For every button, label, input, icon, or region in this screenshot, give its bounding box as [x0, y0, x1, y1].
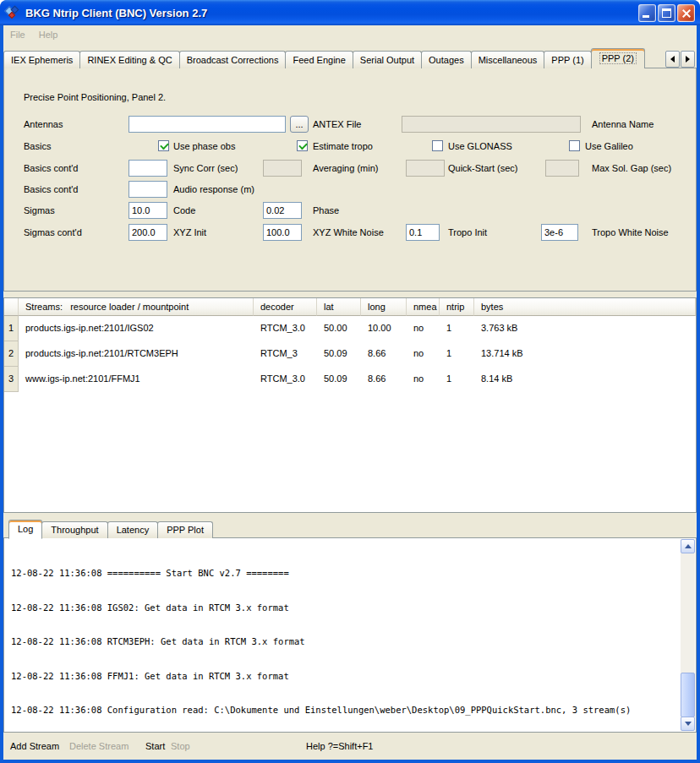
log-line: 12-08-22 11:36:08 IGS02: Get data in RTC… [11, 602, 675, 614]
tab-scroll-left-button[interactable] [665, 51, 680, 68]
table-row[interactable]: 3 www.igs-ip.net:2101/FFMJ1 RTCM_3.0 50.… [4, 367, 696, 392]
cell-bytes: 3.763 kB [474, 316, 696, 341]
use-galileo-checkbox[interactable] [569, 140, 580, 151]
bnc-window: BKG Ntrip Client (BNC) Version 2.7 File … [0, 0, 700, 763]
menu-help[interactable]: Help [32, 28, 65, 41]
use-glonass-checkbox[interactable] [432, 140, 443, 151]
close-icon [678, 5, 694, 21]
tropo-init-input[interactable] [406, 224, 440, 241]
cell-lat: 50.09 [317, 367, 361, 392]
delete-stream-button[interactable]: Delete Stream [69, 733, 129, 760]
cell-nmea: no [407, 316, 440, 341]
arrow-down-icon [685, 722, 692, 726]
tab-outages[interactable]: Outages [421, 51, 472, 68]
window-title: BKG Ntrip Client (BNC) Version 2.7 [25, 7, 637, 19]
cell-ntrip: 1 [440, 341, 474, 367]
sync-corr-input[interactable] [129, 160, 167, 177]
cell-bytes: 8.14 kB [474, 367, 696, 392]
maximize-button[interactable] [658, 4, 675, 22]
tropo-white-noise-input[interactable] [541, 224, 578, 241]
averaging-input [263, 160, 302, 177]
tab-scroll-right-button[interactable] [681, 51, 695, 68]
tab-rinex-editing-qc[interactable]: RINEX Editing & QC [79, 51, 179, 68]
tab-latency[interactable]: Latency [107, 521, 159, 538]
cell-long: 8.66 [361, 341, 407, 367]
xyz-init-input[interactable] [129, 224, 167, 241]
cell-mountpoint: products.igs-ip.net:2101/IGS02 [19, 316, 254, 341]
tab-miscellaneous[interactable]: Miscellaneous [471, 51, 545, 68]
arrow-up-icon [685, 544, 692, 548]
use-phase-obs-checkbox[interactable] [158, 140, 169, 151]
tab-rinex-ephemeris[interactable]: IEX Ephemeris [3, 51, 80, 68]
tab-ppp-2[interactable]: PPP (2) [591, 48, 645, 68]
cell-mountpoint: www.igs-ip.net:2101/FFMJ1 [19, 367, 254, 392]
streams-table-header: Streams: resource loader / mountpoint de… [4, 298, 696, 316]
audio-response-label: Audio response (m) [173, 181, 254, 198]
cell-decoder: RTCM_3.0 [254, 316, 317, 341]
cell-long: 8.66 [361, 367, 407, 392]
column-header-streams[interactable]: Streams: resource loader / mountpoint [19, 298, 254, 316]
table-row[interactable]: 1 products.igs-ip.net:2101/IGS02 RTCM_3.… [4, 316, 696, 341]
minimize-button[interactable] [638, 4, 656, 22]
xyz-white-noise-label: XYZ White Noise [313, 224, 384, 241]
tab-ppp-1[interactable]: PPP (1) [544, 51, 591, 68]
column-header-bytes[interactable]: bytes [474, 298, 696, 316]
scrollbar-thumb[interactable] [681, 673, 695, 717]
estimate-tropo-checkbox[interactable] [297, 140, 308, 151]
tab-throughput[interactable]: Throughput [41, 521, 107, 538]
column-header-decoder[interactable]: decoder [254, 298, 317, 316]
column-header-long[interactable]: long [361, 298, 407, 316]
quick-start-label: Quick-Start (sec) [448, 160, 518, 177]
column-header-lat[interactable]: lat [317, 298, 361, 316]
xyz-white-noise-input[interactable] [263, 224, 302, 241]
start-button[interactable]: Start [145, 733, 165, 760]
antex-browse-button[interactable]: ... [290, 116, 309, 133]
estimate-tropo-label: Estimate tropo [313, 138, 373, 155]
close-button[interactable] [677, 4, 695, 22]
bottom-tab-bar: Log Throughput Latency PPP Plot [3, 518, 697, 538]
xyz-init-label: XYZ Init [173, 224, 206, 241]
sigma-phase-input[interactable] [263, 202, 302, 219]
scroll-down-button[interactable] [681, 717, 695, 731]
audio-response-input[interactable] [129, 181, 167, 198]
menu-file[interactable]: File [3, 28, 32, 41]
log-panel: 12-08-22 11:36:08 ========== Start BNC v… [3, 537, 697, 733]
antennas-label: Antennas [24, 116, 63, 133]
stop-button[interactable]: Stop [171, 733, 190, 760]
top-tab-bar: IEX Ephemeris RINEX Editing & QC Broadca… [3, 46, 661, 68]
antennas-input[interactable] [129, 116, 286, 133]
log-scrollbar[interactable] [681, 539, 695, 731]
panel-heading: Precise Point Positioning, Panel 2. [24, 89, 166, 106]
use-glonass-label: Use GLONASS [448, 138, 512, 155]
cell-nmea: no [407, 367, 440, 392]
tab-broadcast-corrections[interactable]: Broadcast Corrections [179, 51, 287, 68]
streams-table: Streams: resource loader / mountpoint de… [3, 297, 697, 513]
sigma-code-input[interactable] [129, 202, 167, 219]
column-header-ntrip[interactable]: ntrip [440, 298, 474, 316]
quick-start-input [406, 160, 445, 177]
basics-label: Basics [24, 138, 51, 155]
table-row[interactable]: 2 products.igs-ip.net:2101/RTCM3EPH RTCM… [4, 341, 696, 367]
menu-bar: File Help [3, 25, 697, 44]
tab-ppp-plot[interactable]: PPP Plot [157, 521, 213, 538]
tab-log[interactable]: Log [8, 520, 42, 539]
sigmas-contd-label: Sigmas cont'd [24, 224, 82, 241]
log-output: 12-08-22 11:36:08 ========== Start BNC v… [11, 545, 675, 728]
app-icon [5, 5, 20, 20]
scroll-up-button[interactable] [681, 539, 695, 553]
sync-corr-label: Sync Corr (sec) [173, 160, 238, 177]
log-line: 12-08-22 11:36:08 Configuration read: C:… [11, 705, 675, 717]
antex-file-label: ANTEX File [313, 116, 361, 133]
cell-ntrip: 1 [440, 316, 474, 341]
tab-feed-engine[interactable]: Feed Engine [285, 51, 353, 68]
log-line: 12-08-22 11:36:08 RTCM3EPH: Get data in … [11, 636, 675, 648]
column-header-nmea[interactable]: nmea [407, 298, 440, 316]
tab-serial-output[interactable]: Serial Output [353, 51, 422, 68]
cell-decoder: RTCM_3.0 [254, 367, 317, 392]
help-shortcut-text: Help ?=Shift+F1 [306, 733, 374, 760]
add-stream-button[interactable]: Add Stream [10, 733, 59, 760]
log-line: 12-08-22 11:36:08 FFMJ1: Get data in RTC… [11, 671, 675, 683]
sigma-phase-label: Phase [313, 202, 339, 219]
maximize-icon [662, 8, 671, 18]
tropo-white-noise-label: Tropo White Noise [592, 224, 669, 241]
